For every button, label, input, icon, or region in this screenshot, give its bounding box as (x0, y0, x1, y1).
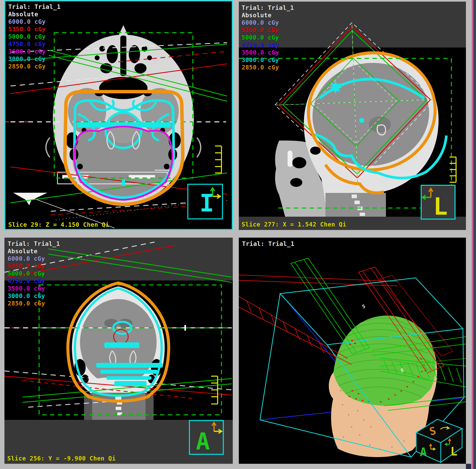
isodose-level: 4750.0 cGy (8, 277, 60, 285)
isodose-level: 3500.0 cGy (8, 285, 60, 292)
desktop-edge (474, 0, 476, 469)
coronal-orientation-indicator: A (189, 420, 223, 455)
isodose-level: 2850.0 cGy (8, 300, 60, 307)
trial-label: Trial: Trial_1 (8, 240, 60, 247)
treatment-planning-app: I Trial: Trial_1 Absolute 6000.0 cGy 535… (0, 0, 476, 469)
isodose-level: 3000.0 cGy (242, 56, 294, 64)
isodose-level: 5350.0 cGy (242, 26, 294, 34)
isodose-level: 4750.0 cGy (242, 41, 294, 49)
slice-position-label: Slice 29: Z = 4.150 Chen Qi (8, 221, 109, 228)
isodose-level: 3500.0 cGy (8, 48, 61, 55)
sagittal-ct-head (275, 53, 439, 217)
isodose-legend: Trial: Trial_1 Absolute 6000.0 cGy 5350.… (8, 240, 60, 307)
isodose-legend: Trial: Trial_1 Absolute 6000.0 cGy 5350.… (8, 3, 61, 70)
isodose-level: 4750.0 cGy (8, 40, 61, 48)
slice-position-label: Slice 277: X = 1.542 Chen Qi (242, 221, 346, 228)
sagittal-orientation-indicator: L (421, 185, 455, 220)
dose-mode-label: Absolute (8, 247, 60, 255)
cube-letter-left: L (450, 445, 458, 458)
svg-text:5: 5 (361, 303, 366, 309)
isodose-level: 5350.0 cGy (8, 25, 61, 33)
slice-position-label: Slice 256: Y = -9.900 Chen Qi (7, 455, 116, 462)
trial-label: Trial: Trial_1 (242, 4, 294, 12)
isodose-level: 6000.0 cGy (8, 18, 61, 25)
isodose-level: 3000.0 cGy (8, 292, 60, 300)
viewport-axial[interactable]: I Trial: Trial_1 Absolute 6000.0 cGy 535… (4, 0, 233, 230)
isodose-level: 5350.0 cGy (8, 262, 60, 270)
isodose-level: 2850.0 cGy (242, 64, 294, 71)
isodose-level: 5000.0 cGy (8, 33, 61, 40)
isodose-legend: Trial: Trial_1 Absolute 6000.0 cGy 5350.… (242, 4, 294, 71)
sagittal-scale-ruler (450, 157, 456, 182)
isodose-level: 5000.0 cGy (8, 270, 60, 277)
isodose-level: 3000.0 cGy (8, 55, 61, 63)
dose-mode-label: Absolute (8, 11, 61, 18)
orientation-letter: A (196, 428, 210, 455)
isodose-level: 5000.0 cGy (242, 34, 294, 41)
isodose-level: 6000.0 cGy (8, 255, 60, 262)
viewport-3d[interactable]: 5 6 S A L (239, 238, 466, 464)
window-corner-notch (466, 464, 471, 469)
viewport-sagittal[interactable]: L Trial: Trial_1 Absolute 6000.0 cGy 535… (239, 2, 466, 230)
isodose-level: 2850.0 cGy (8, 63, 61, 70)
3d-scene-render: 5 6 S A L (239, 238, 466, 464)
orientation-letter: I (200, 189, 214, 217)
axial-scale-ruler (215, 146, 221, 173)
axial-couch-arrow (13, 193, 47, 205)
isocenter-marker (329, 81, 342, 94)
trial-label: Trial: Trial_1 (242, 240, 294, 247)
window-border-pink (471, 0, 474, 469)
trial-label: Trial: Trial_1 (8, 3, 61, 11)
orientation-letter: L (433, 193, 448, 220)
viewport-coronal[interactable]: A Trial: Trial_1 Absolute 6000.0 cGy 535… (4, 238, 233, 464)
dose-mode-label: Absolute (242, 12, 294, 19)
axial-orientation-indicator: I (188, 184, 222, 219)
isodose-level: 6000.0 cGy (242, 19, 294, 26)
cube-letter-anterior: A (420, 445, 427, 459)
isodose-level: 3500.0 cGy (242, 49, 294, 56)
trial-header: Trial: Trial_1 (242, 240, 294, 247)
